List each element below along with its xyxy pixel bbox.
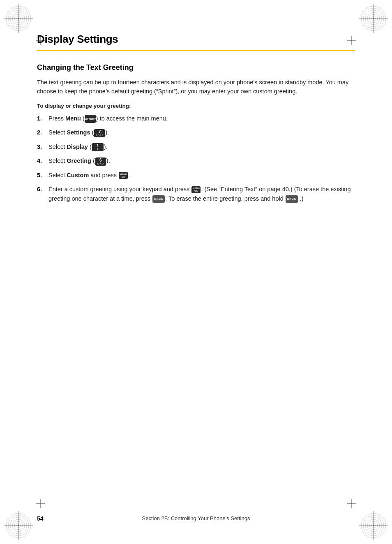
step-1-number: 1. [37,114,48,123]
corner-decoration-tl [4,4,33,33]
page-title-section: Display Settings [37,33,355,51]
step-4: 4. Select Greeting (6MNO). [37,156,355,165]
step-3-number: 3. [37,142,48,151]
step-6-number: 6. [37,185,48,194]
corner-decoration-tr [359,4,388,33]
step-3: 3. Select Display (1■). [37,142,355,151]
footer-section-label: Section 2B: Controlling Your Phone’s Set… [0,515,392,521]
steps-list: 1. Press Menu (MENUOK) to access the mai… [37,114,355,203]
settings-button-icon: 7PQRS [94,129,105,137]
step-1-bold: Menu [65,115,81,122]
step-1-content: Press Menu (MENUOK) to access the main m… [48,114,355,123]
display-button-icon: 1■ [92,143,104,151]
page-footer: 54 Section 2B: Controlling Your Phone’s … [0,515,392,521]
crosshair-tr [347,36,356,45]
step-6-back-icon-1: BACK [152,195,165,203]
step-5-number: 5. [37,171,48,180]
step-2-content: Select Settings (7PQRS). [48,128,355,137]
sub-heading: To display or change your greeting: [37,103,355,109]
title-underline [37,50,355,51]
step-3-bold: Display [67,144,88,150]
step-6-back-icon-2: BACK [286,195,298,203]
step-5-bold: Custom [67,172,89,178]
page-title: Display Settings [37,33,355,48]
crosshair-br [347,499,356,508]
step-6-menu-icon: MENUOK [191,186,201,193]
footer-page-number: 54 [37,515,44,522]
greeting-button-icon: 6MNO [95,157,106,166]
step-3-content: Select Display (1■). [48,142,355,151]
body-text: The text greeting can be up to fourteen … [37,78,355,96]
step-1: 1. Press Menu (MENUOK) to access the mai… [37,114,355,123]
menu-ok-small-icon: MENUOK [119,172,128,179]
step-4-number: 4. [37,156,48,165]
step-2: 2. Select Settings (7PQRS). [37,128,355,137]
page-content: Display Settings Changing the Text Greet… [0,0,392,241]
section-heading: Changing the Text Greeting [37,63,355,72]
step-5-content: Select Custom and press MENUOK. [48,171,355,180]
step-4-bold: Greeting [67,157,91,164]
step-6: 6. Enter a custom greeting using your ke… [37,185,355,203]
crosshair-bl [36,499,45,508]
step-5: 5. Select Custom and press MENUOK. [37,171,355,180]
step-4-content: Select Greeting (6MNO). [48,156,355,165]
menu-ok-button-icon: MENUOK [85,115,96,123]
step-2-bold: Settings [67,129,90,136]
crosshair-tl [36,36,45,45]
step-2-number: 2. [37,128,48,137]
step-6-content: Enter a custom greeting using your keypa… [48,185,355,203]
